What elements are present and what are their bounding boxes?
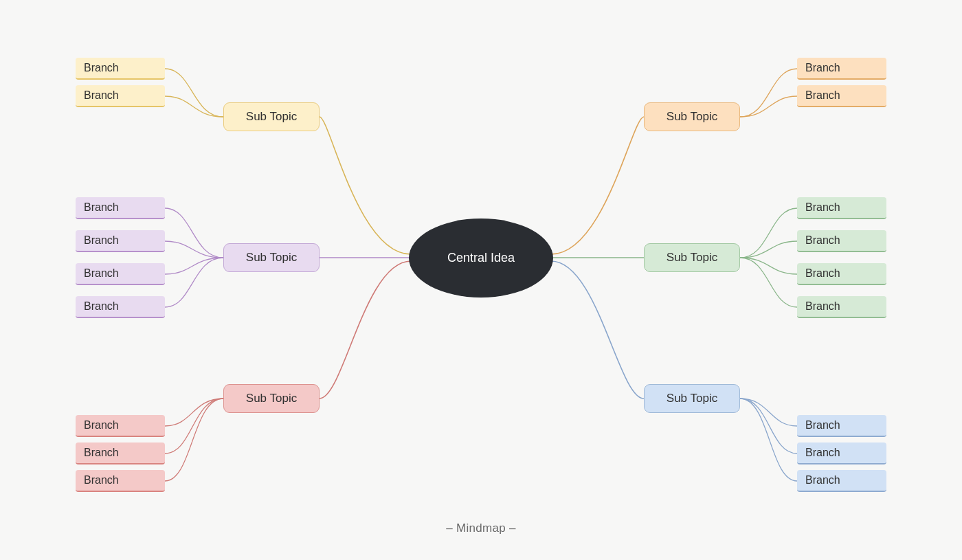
branch-label: Branch [84,234,119,247]
branch-label: Branch [805,419,840,432]
branch-label: Branch [84,300,119,313]
branch-node[interactable]: Branch [797,230,886,252]
branch-node[interactable]: Branch [797,197,886,219]
branch-node[interactable]: Branch [797,85,886,107]
branch-label: Branch [84,419,119,432]
diagram-caption: – Mindmap – [0,522,962,535]
central-idea-label: Central Idea [447,251,515,265]
subtopic-top-right[interactable]: Sub Topic [644,102,740,131]
branch-label: Branch [84,474,119,486]
branch-node[interactable]: Branch [797,296,886,318]
mindmap-canvas: Central Idea Sub Topic Sub Topic Sub Top… [0,0,962,560]
branch-node[interactable]: Branch [76,85,165,107]
branch-label: Branch [805,267,840,280]
branch-label: Branch [805,234,840,247]
branch-label: Branch [84,62,119,74]
branch-node[interactable]: Branch [76,443,165,464]
branch-node[interactable]: Branch [797,470,886,492]
branch-label: Branch [805,447,840,459]
branch-label: Branch [84,267,119,280]
branch-node[interactable]: Branch [76,197,165,219]
subtopic-mid-right[interactable]: Sub Topic [644,243,740,272]
branch-label: Branch [84,89,119,102]
branch-node[interactable]: Branch [797,58,886,80]
branch-label: Branch [805,300,840,313]
branch-node[interactable]: Branch [76,415,165,437]
subtopic-mid-left[interactable]: Sub Topic [223,243,320,272]
subtopic-top-left[interactable]: Sub Topic [223,102,320,131]
subtopic-label: Sub Topic [667,251,717,265]
subtopic-bottom-right[interactable]: Sub Topic [644,384,740,413]
subtopic-label: Sub Topic [246,110,297,124]
branch-node[interactable]: Branch [76,263,165,285]
branch-label: Branch [805,201,840,214]
central-idea-node[interactable]: Central Idea [409,219,553,298]
subtopic-label: Sub Topic [246,392,297,405]
branch-label: Branch [84,201,119,214]
branch-node[interactable]: Branch [797,263,886,285]
branch-node[interactable]: Branch [797,415,886,437]
subtopic-label: Sub Topic [667,110,717,124]
branch-label: Branch [805,89,840,102]
subtopic-bottom-left[interactable]: Sub Topic [223,384,320,413]
subtopic-label: Sub Topic [246,251,297,265]
branch-label: Branch [84,447,119,459]
branch-node[interactable]: Branch [797,443,886,464]
subtopic-label: Sub Topic [667,392,717,405]
branch-label: Branch [805,62,840,74]
branch-node[interactable]: Branch [76,470,165,492]
branch-node[interactable]: Branch [76,296,165,318]
branch-node[interactable]: Branch [76,58,165,80]
branch-node[interactable]: Branch [76,230,165,252]
branch-label: Branch [805,474,840,486]
